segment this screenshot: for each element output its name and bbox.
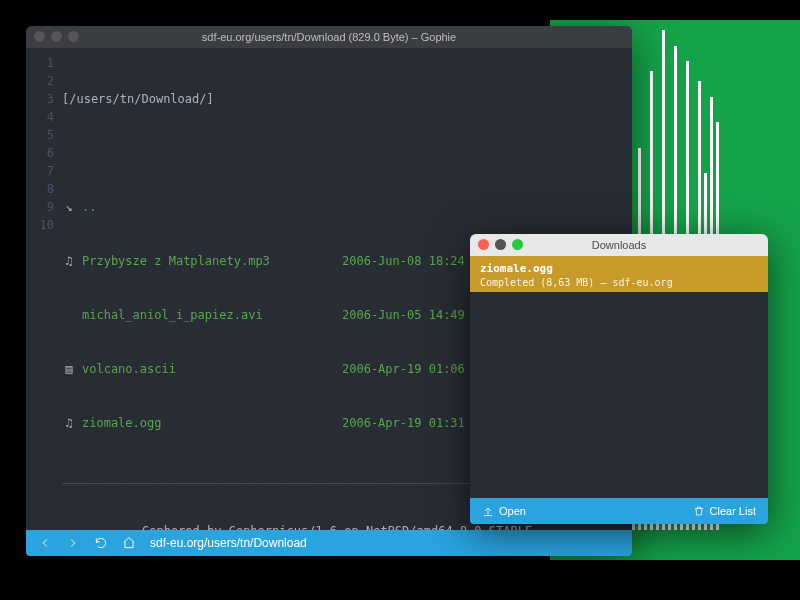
path-header: [/users/tn/Download/] — [62, 90, 214, 108]
line-number: 2 — [26, 72, 54, 90]
line-number: 4 — [26, 108, 54, 126]
downloads-titlebar[interactable]: Downloads — [470, 234, 768, 256]
window-controls — [478, 239, 523, 250]
zoom-icon[interactable] — [68, 31, 79, 42]
open-label: Open — [499, 505, 526, 517]
line-number: 3 — [26, 90, 54, 108]
line-number: 5 — [26, 126, 54, 144]
home-button[interactable] — [122, 536, 136, 550]
line-number: 8 — [26, 180, 54, 198]
download-item[interactable]: ziomale.ogg Completed (8,63 MB) – sdf-eu… — [470, 256, 768, 294]
line-number: 10 — [26, 216, 54, 234]
minimize-icon[interactable] — [51, 31, 62, 42]
file-date: 2006-Apr-19 01:31 — [342, 414, 488, 432]
address-toolbar: sdf-eu.org/users/tn/Download — [26, 530, 632, 556]
close-icon[interactable] — [478, 239, 489, 250]
download-meta: Completed (8,63 MB) – sdf-eu.org — [480, 277, 758, 288]
file-name: michal_aniol_i_papiez.avi — [82, 306, 342, 324]
music-icon: ♫ — [62, 414, 76, 432]
line-number: 7 — [26, 162, 54, 180]
file-name: volcano.ascii — [82, 360, 342, 378]
file-icon — [62, 306, 76, 324]
open-button[interactable]: Open — [482, 505, 526, 517]
line-number: 1 — [26, 54, 54, 72]
address-text[interactable]: sdf-eu.org/users/tn/Download — [150, 536, 307, 550]
window-title: sdf-eu.org/users/tn/Download (829.0 Byte… — [26, 31, 632, 43]
file-name: Przybysze z Matplanety.mp3 — [82, 252, 342, 270]
up-label: .. — [82, 198, 342, 216]
entry-up[interactable]: ↘.. — [62, 198, 632, 216]
file-date: 2006-Apr-19 01:06 — [342, 360, 488, 378]
file-date: 2006-Jun-05 14:49 — [342, 306, 488, 324]
line-number: 6 — [26, 144, 54, 162]
close-icon[interactable] — [34, 31, 45, 42]
music-icon: ♫ — [62, 252, 76, 270]
file-name: ziomale.ogg — [82, 414, 342, 432]
minimize-icon[interactable] — [495, 239, 506, 250]
line-gutter: 1 2 3 4 5 6 7 8 9 10 — [26, 54, 60, 530]
clear-list-button[interactable]: Clear List — [693, 505, 756, 517]
reload-button[interactable] — [94, 536, 108, 550]
text-icon: ▤ — [62, 360, 76, 378]
line-number: 9 — [26, 198, 54, 216]
window-controls — [34, 31, 79, 42]
downloads-toolbar: Open Clear List — [470, 498, 768, 524]
open-icon — [482, 505, 494, 517]
zoom-icon[interactable] — [512, 239, 523, 250]
trash-icon — [693, 505, 705, 517]
file-date: 2006-Jun-08 18:24 — [342, 252, 488, 270]
clear-label: Clear List — [710, 505, 756, 517]
main-titlebar[interactable]: sdf-eu.org/users/tn/Download (829.0 Byte… — [26, 26, 632, 48]
downloads-body — [470, 292, 768, 498]
forward-button[interactable] — [66, 536, 80, 550]
up-arrow-icon: ↘ — [62, 198, 76, 216]
download-filename: ziomale.ogg — [480, 262, 758, 275]
back-button[interactable] — [38, 536, 52, 550]
downloads-window: Downloads ziomale.ogg Completed (8,63 MB… — [470, 234, 768, 524]
